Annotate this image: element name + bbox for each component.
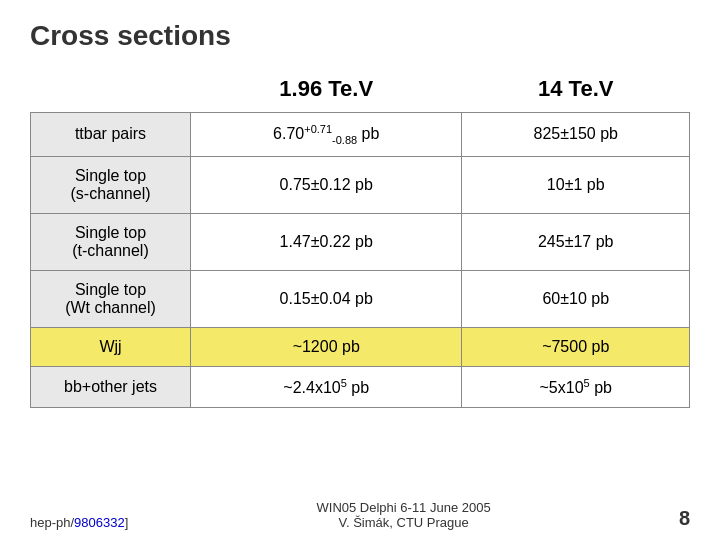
row-label: Single top(t-channel) <box>31 213 191 270</box>
row-val1: 0.15±0.04 pb <box>191 270 462 327</box>
subscript: -0.88 <box>332 134 357 146</box>
table-row: Wjj ~1200 pb ~7500 pb <box>31 327 690 366</box>
table-row: Single top(t-channel) 1.47±0.22 pb 245±1… <box>31 213 690 270</box>
footer: hep-ph/9806332] WIN05 Delphi 6-11 June 2… <box>30 500 690 530</box>
footer-page-number: 8 <box>679 507 690 530</box>
row-label: ttbar pairs <box>31 113 191 157</box>
superscript: +0.71 <box>304 123 332 135</box>
row-label: Wjj <box>31 327 191 366</box>
row-label: Single top(Wt channel) <box>31 270 191 327</box>
footer-center-line1: WIN05 Delphi 6-11 June 2005 <box>317 500 491 515</box>
col-header-energy2: 14 Te.V <box>462 70 690 113</box>
row-val2: 60±10 pb <box>462 270 690 327</box>
row-val1: 0.75±0.12 pb <box>191 156 462 213</box>
page: Cross sections 1.96 Te.V 14 Te.V ttbar p… <box>0 0 720 540</box>
row-label: Single top(s-channel) <box>31 156 191 213</box>
row-val2: 825±150 pb <box>462 113 690 157</box>
table-row: ttbar pairs 6.70+0.71-0.88 pb 825±150 pb <box>31 113 690 157</box>
row-val2: ~7500 pb <box>462 327 690 366</box>
row-val1: ~1200 pb <box>191 327 462 366</box>
table-header-row: 1.96 Te.V 14 Te.V <box>31 70 690 113</box>
col-header-energy1: 1.96 Te.V <box>191 70 462 113</box>
superscript: 5 <box>584 377 590 389</box>
footer-center-line2: V. Šimák, CTU Prague <box>338 515 468 530</box>
table-row: Single top(Wt channel) 0.15±0.04 pb 60±1… <box>31 270 690 327</box>
row-val1: 6.70+0.71-0.88 pb <box>191 113 462 157</box>
row-val1: 1.47±0.22 pb <box>191 213 462 270</box>
table-row: bb+other jets ~2.4x105 pb ~5x105 pb <box>31 366 690 407</box>
row-val2: 245±17 pb <box>462 213 690 270</box>
row-val2: ~5x105 pb <box>462 366 690 407</box>
col-header-empty <box>31 70 191 113</box>
cross-sections-table: 1.96 Te.V 14 Te.V ttbar pairs 6.70+0.71-… <box>30 70 690 408</box>
superscript: 5 <box>341 377 347 389</box>
row-label: bb+other jets <box>31 366 191 407</box>
ref-text: hep-ph/ <box>30 515 74 530</box>
footer-center: WIN05 Delphi 6-11 June 2005 V. Šimák, CT… <box>128 500 679 530</box>
row-val2: 10±1 pb <box>462 156 690 213</box>
ref-link[interactable]: 9806332 <box>74 515 125 530</box>
table-row: Single top(s-channel) 0.75±0.12 pb 10±1 … <box>31 156 690 213</box>
page-title: Cross sections <box>30 20 690 52</box>
row-val1: ~2.4x105 pb <box>191 366 462 407</box>
cross-sections-table-container: 1.96 Te.V 14 Te.V ttbar pairs 6.70+0.71-… <box>30 70 690 490</box>
footer-reference: hep-ph/9806332] <box>30 515 128 530</box>
